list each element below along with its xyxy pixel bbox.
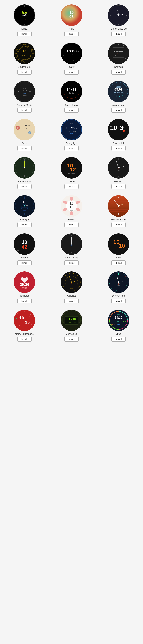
svg-text:♥ 72: ♥ 72 <box>111 320 114 322</box>
svg-point-50 <box>127 49 127 50</box>
watch-face-digital: 10 42 FRI 13 <box>14 233 35 255</box>
svg-text:01:23: 01:23 <box>66 126 77 130</box>
svg-text:10: 10 <box>22 49 26 53</box>
watch-item-24hourtime: 0 3 6 9 12 15 18 21 <box>95 269 142 307</box>
svg-text:0: 0 <box>24 213 25 214</box>
svg-point-93 <box>17 127 18 129</box>
install-button-grayplating[interactable]: Install <box>64 260 79 265</box>
watch-name-together: Together <box>20 294 29 297</box>
watch-name-vitals: Vitals <box>116 332 122 335</box>
svg-text:14398: 14398 <box>70 133 74 134</box>
install-button-starry[interactable]: Install <box>64 70 79 74</box>
install-button-goldenfloral[interactable]: Install <box>17 70 32 74</box>
svg-text:10: 10 <box>25 320 30 325</box>
install-button-bluelightwatch[interactable]: Install <box>64 146 79 151</box>
install-button-simpleonblue[interactable]: Install <box>111 32 126 36</box>
watch-name-sunsetshadow: SunsetShadow <box>111 218 126 221</box>
watch-name-aerobicsmusic: AerobicsMusic <box>17 104 32 106</box>
svg-text:08: 08 <box>69 14 74 19</box>
install-button-aerobicsmusic[interactable]: Install <box>17 108 32 113</box>
svg-text:18: 18 <box>111 288 113 289</box>
install-button-colorful[interactable]: Install <box>111 260 126 265</box>
watch-face-blacksimple: 11:11 Fri 21 <box>61 81 82 102</box>
svg-point-57 <box>109 52 109 53</box>
svg-point-263 <box>108 310 129 331</box>
svg-text:12: 12 <box>70 166 76 172</box>
watch-item-simplefashion: SimpleFashion Install <box>1 154 48 192</box>
watch-item-goldenfloral: 10 MON 15 GoldenFloral Install <box>1 40 48 78</box>
svg-text:10: 10 <box>19 316 24 320</box>
install-button-bluelight[interactable]: Install <box>17 222 32 227</box>
svg-text:11:11: 11:11 <box>66 88 77 92</box>
watch-name-digital: Digital <box>21 256 28 259</box>
install-button-cola[interactable]: Install <box>64 32 79 36</box>
watch-item-grayplating: GrayPlating Install <box>48 231 95 269</box>
svg-text:08:08: 08:08 <box>114 88 123 91</box>
install-button-aries[interactable]: Install <box>17 146 32 151</box>
svg-point-44 <box>68 45 68 46</box>
install-button-digital[interactable]: Install <box>17 260 32 265</box>
svg-text:21: 21 <box>109 283 110 284</box>
watch-face-bluelight: PM 01:23 SUN 13/14 ●● 14398 <box>61 119 82 140</box>
svg-text:85%: 85% <box>117 285 120 286</box>
watch-face-chineseink: 10 3 8 FRI 10 <box>108 119 129 140</box>
svg-text:3: 3 <box>126 15 127 16</box>
install-button-chineseink[interactable]: Install <box>111 146 126 151</box>
install-button-sunsetshadow[interactable]: Install <box>111 222 126 227</box>
svg-text:12: 12 <box>122 289 123 290</box>
install-button-restful[interactable]: Install <box>64 184 79 189</box>
svg-text:8: 8 <box>123 129 125 133</box>
watch-face-simplefashion <box>14 157 35 178</box>
watch-name-goldrat: GoldRat <box>67 294 76 297</box>
svg-point-29 <box>14 42 35 64</box>
watch-item-goldrat: 60 GoldRat Install <box>48 269 95 307</box>
watch-name-mb12: MB12 <box>21 28 27 30</box>
svg-text:10: 10 <box>119 242 125 249</box>
svg-text:❄: ❄ <box>31 324 32 325</box>
watch-name-flowers: Flowers <box>67 218 76 221</box>
install-button-sdots30[interactable]: Install <box>111 70 126 74</box>
svg-text:60: 60 <box>71 288 72 289</box>
watch-name-merrychristmas: Merry Christmas... <box>15 332 34 335</box>
svg-text:42: 42 <box>22 244 27 250</box>
watch-name-24hourtime: 24-hour Time <box>112 294 126 297</box>
install-button-icesnow[interactable]: Install <box>111 108 126 113</box>
svg-text:98%: 98% <box>117 324 120 325</box>
install-button-together[interactable]: Install <box>17 298 32 303</box>
svg-text:10: 10 <box>111 129 113 130</box>
svg-text:Fri 21: Fri 21 <box>69 92 74 94</box>
svg-text:10: 10 <box>19 325 21 326</box>
watch-face-together: 20:20 FRI 14 <box>14 272 35 293</box>
install-button-merrychristmas[interactable]: Install <box>17 337 32 342</box>
watch-name-restful: Restful <box>68 180 75 183</box>
svg-text:P46  04:06:34: P46 04:06:34 <box>114 50 123 52</box>
install-button-blacksimple[interactable]: Install <box>64 108 79 113</box>
watch-name-colorful: Colorful <box>115 256 123 259</box>
svg-text:142v: 142v <box>63 16 67 18</box>
install-button-simplefashion[interactable]: Install <box>17 184 32 189</box>
watch-item-sunsetshadow: SunsetShadow Install <box>95 192 142 231</box>
watch-name-chineseink: ChineseInk <box>113 142 125 144</box>
install-button-mb12[interactable]: Install <box>17 32 32 36</box>
install-button-goldrat[interactable]: Install <box>64 298 79 303</box>
watch-face-flowers: 10 10 FRI 11 <box>61 195 82 217</box>
install-button-vitals[interactable]: Install <box>111 337 126 342</box>
watch-item-digital: 10 42 FRI 13 Digital Install <box>1 231 48 269</box>
watch-item-chineseink: 10 3 8 FRI 10 ChineseInk Install <box>95 116 142 154</box>
install-button-flowers[interactable]: Install <box>64 222 79 227</box>
watch-face-bluelightwatch2: 6 0 <box>14 195 35 217</box>
install-button-precision[interactable]: Install <box>111 184 126 189</box>
install-button-24hourtime[interactable]: Install <box>111 298 126 303</box>
watch-item-simpleonblue: 12 3 6 9 12 -15°C SimpleOneBlue Install <box>95 2 142 40</box>
svg-text:9: 9 <box>110 15 111 16</box>
watch-name-goldenfloral: GoldenFloral <box>18 66 31 68</box>
svg-point-51 <box>128 54 128 54</box>
svg-text:Mon: Mon <box>29 90 31 92</box>
svg-text:6: 6 <box>118 23 119 25</box>
watch-item-merrychristmas: ❄ ❄ ❄ ❄ ❄ 10 10 MON 10 🎄 Merry Christmas… <box>1 307 48 345</box>
watch-item-bluelightwatch: 6 0 Bluelight Install <box>1 192 48 231</box>
install-button-mechanical[interactable]: Install <box>64 337 79 342</box>
svg-point-83 <box>119 96 120 97</box>
svg-text:FRI: FRI <box>122 126 124 128</box>
watch-name-precision: Precision <box>114 180 123 183</box>
